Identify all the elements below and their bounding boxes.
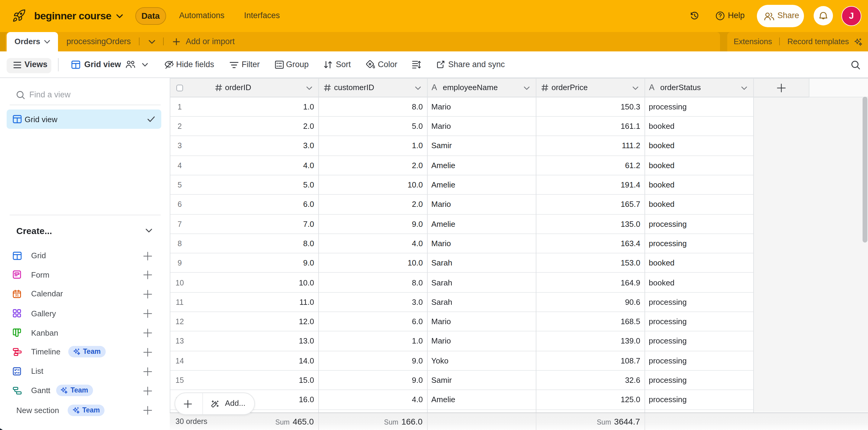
svg-text:31: 31 [15, 293, 19, 297]
